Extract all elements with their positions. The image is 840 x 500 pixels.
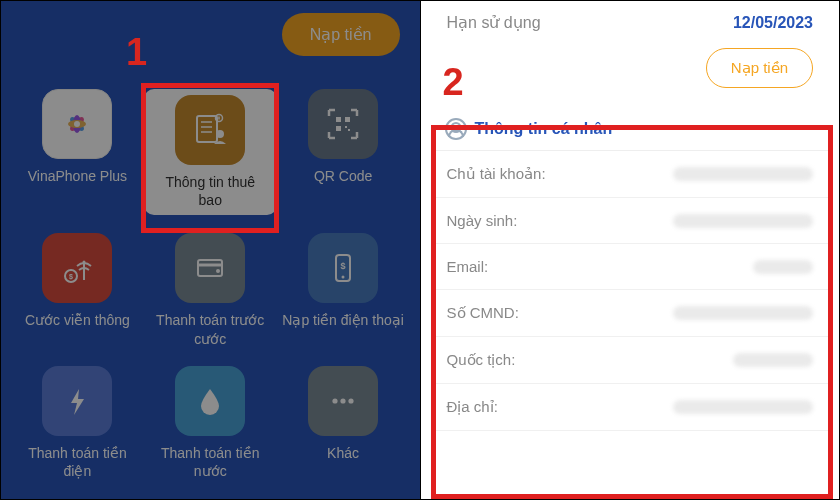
svg-point-20 <box>83 261 86 264</box>
value-id <box>673 306 813 320</box>
grid-item-electric-pay[interactable]: Thanh toán tiền điện <box>11 366 144 480</box>
personal-info-title: Thông tin cá nhân <box>475 120 613 138</box>
personal-info-panel: Thông tin cá nhân Chủ tài khoản: Ngày si… <box>431 104 830 431</box>
grid-label: Thanh toán trước cước <box>144 311 277 347</box>
svg-point-27 <box>332 398 337 403</box>
grid-label: Nạp tiền điện thoại <box>278 311 408 329</box>
row-id-number: Số CMND: <box>431 290 830 337</box>
grid-item-vinaphone-plus[interactable]: VinaPhone Plus <box>11 89 144 215</box>
screen-home: Nạp tiền 1 VinaPhone Plus <box>1 1 421 499</box>
label-owner: Chủ tài khoản: <box>447 165 546 183</box>
electric-pay-icon <box>42 366 112 436</box>
expiry-date: 12/05/2023 <box>733 14 813 32</box>
svg-rect-21 <box>198 260 222 276</box>
value-owner <box>673 167 813 181</box>
grid-item-phone-topup[interactable]: $ Nạp tiền điện thoại <box>277 233 410 347</box>
grid-label: VinaPhone Plus <box>24 167 131 185</box>
other-icon <box>308 366 378 436</box>
svg-text:$: $ <box>341 261 346 271</box>
grid-item-prepay[interactable]: Thanh toán trước cước <box>144 233 277 347</box>
row-owner: Chủ tài khoản: <box>431 151 830 198</box>
svg-point-23 <box>216 269 220 273</box>
grid-label: Khác <box>323 444 363 462</box>
svg-point-29 <box>348 398 353 403</box>
label-email: Email: <box>447 258 489 275</box>
svg-rect-5 <box>197 116 217 142</box>
value-address <box>673 400 813 414</box>
row-email: Email: <box>431 244 830 290</box>
value-nationality <box>733 353 813 367</box>
label-id: Số CMND: <box>447 304 519 322</box>
account-summary: Hạn sử dụng 12/05/2023 Nạp tiền <box>421 1 840 104</box>
vinaphone-plus-icon <box>42 89 112 159</box>
grid-item-telecom-fee[interactable]: $ Cước viễn thông <box>11 233 144 347</box>
grid-item-other[interactable]: Khác <box>277 366 410 480</box>
expiry-label: Hạn sử dụng <box>447 13 541 32</box>
grid-label: Thông tin thuê bao <box>150 173 271 209</box>
grid-label: Thanh toán tiền nước <box>144 444 277 480</box>
svg-text:$: $ <box>69 273 73 281</box>
svg-point-4 <box>74 121 80 127</box>
grid-item-subscriber-info[interactable]: Thông tin thuê bao <box>144 89 277 215</box>
label-birthday: Ngày sinh: <box>447 212 518 229</box>
row-nationality: Quốc tịch: <box>431 337 830 384</box>
prepay-icon <box>175 233 245 303</box>
person-icon <box>445 118 467 140</box>
step-marker-2: 2 <box>443 61 464 104</box>
expiry-row: Hạn sử dụng 12/05/2023 <box>439 1 822 40</box>
grid-item-qr-code[interactable]: QR Code <box>277 89 410 215</box>
label-nationality: Quốc tịch: <box>447 351 516 369</box>
step-marker-1: 1 <box>126 31 147 74</box>
row-address: Địa chỉ: <box>431 384 830 431</box>
grid-label: Cước viễn thông <box>21 311 134 329</box>
qr-code-icon <box>308 89 378 159</box>
water-pay-icon <box>175 366 245 436</box>
svg-point-25 <box>342 276 345 279</box>
grid-item-water-pay[interactable]: Thanh toán tiền nước <box>144 366 277 480</box>
label-address: Địa chỉ: <box>447 398 498 416</box>
value-email <box>753 260 813 274</box>
svg-point-9 <box>216 130 224 138</box>
svg-rect-13 <box>345 117 350 122</box>
telecom-fee-icon: $ <box>42 233 112 303</box>
grid-label: Thanh toán tiền điện <box>11 444 144 480</box>
svg-rect-15 <box>345 126 347 128</box>
phone-topup-icon: $ <box>308 233 378 303</box>
topup-button-outline[interactable]: Nạp tiền <box>706 48 813 88</box>
service-grid: VinaPhone Plus Thông tin thuê bao <box>1 89 420 480</box>
subscriber-info-icon <box>175 95 245 165</box>
svg-rect-16 <box>348 129 350 131</box>
tutorial-container: Nạp tiền 1 VinaPhone Plus <box>0 0 840 500</box>
grid-label: QR Code <box>310 167 376 185</box>
svg-rect-12 <box>336 117 341 122</box>
value-birthday <box>673 214 813 228</box>
row-birthday: Ngày sinh: <box>431 198 830 244</box>
personal-info-header: Thông tin cá nhân <box>431 104 830 151</box>
svg-rect-14 <box>336 126 341 131</box>
screen-info: 2 Hạn sử dụng 12/05/2023 Nạp tiền Thông … <box>421 1 840 499</box>
svg-point-28 <box>340 398 345 403</box>
topup-button[interactable]: Nạp tiền <box>282 13 400 56</box>
